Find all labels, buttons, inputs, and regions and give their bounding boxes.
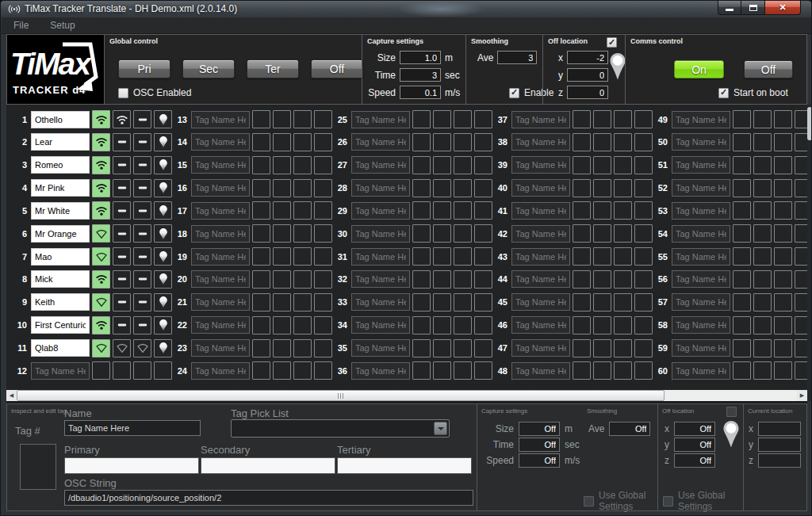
comms-on-button[interactable]: On <box>674 60 724 78</box>
tag-name-input[interactable] <box>191 179 250 197</box>
tag-tertiary-button[interactable] <box>454 270 472 289</box>
tag-primary-button[interactable] <box>733 270 751 289</box>
tag-time-input[interactable] <box>519 438 560 452</box>
tag-off-button[interactable] <box>314 110 332 128</box>
tag-off-button[interactable] <box>314 339 332 357</box>
off-location-checkbox[interactable] <box>607 37 617 48</box>
tag-primary-button[interactable] <box>252 133 270 151</box>
tag-tertiary-button[interactable] <box>133 247 151 266</box>
tag-name-input[interactable] <box>351 248 410 266</box>
tag-off-button[interactable] <box>474 339 492 357</box>
tag-primary-button[interactable] <box>412 339 431 357</box>
vertical-scrollbar[interactable] <box>807 105 812 401</box>
horizontal-scrollbar-track[interactable] <box>17 390 797 401</box>
tag-secondary-button[interactable] <box>593 110 611 128</box>
tag-off-button[interactable] <box>634 224 653 243</box>
ave-input[interactable] <box>497 51 537 64</box>
tag-primary-button[interactable] <box>92 316 110 334</box>
tag-tertiary-button[interactable] <box>614 339 632 357</box>
tag-off-button[interactable] <box>634 156 653 174</box>
global-off-button[interactable]: Off <box>311 59 363 78</box>
tag-primary-button[interactable] <box>733 156 751 174</box>
tag-off-button[interactable] <box>314 133 332 151</box>
tag-secondary-button[interactable] <box>433 247 451 266</box>
tag-name-input[interactable] <box>31 133 90 151</box>
tag-primary-button[interactable] <box>733 361 751 380</box>
tag-primary-button[interactable] <box>733 293 751 312</box>
tag-secondary-button[interactable] <box>273 110 291 128</box>
tag-primary-button[interactable] <box>252 201 270 220</box>
tag-name-input[interactable] <box>511 248 570 266</box>
off-z-input[interactable] <box>567 86 608 99</box>
tag-primary-button[interactable] <box>412 179 431 197</box>
tag-off-button[interactable] <box>314 293 332 312</box>
tag-name-edit-input[interactable] <box>64 420 201 436</box>
tag-secondary-button[interactable] <box>113 110 131 128</box>
tag-tertiary-button[interactable] <box>774 293 792 312</box>
tag-off-button[interactable] <box>154 270 172 289</box>
tag-secondary-button[interactable] <box>113 339 131 357</box>
tag-tertiary-button[interactable] <box>133 316 151 334</box>
tag-secondary-button[interactable] <box>753 339 772 357</box>
tag-tertiary-button[interactable] <box>133 179 151 197</box>
tag-secondary-button[interactable] <box>113 224 131 243</box>
tag-tertiary-button[interactable] <box>454 361 472 380</box>
tag-secondary-button[interactable] <box>753 179 772 197</box>
size-input[interactable] <box>400 51 441 64</box>
tag-name-input[interactable] <box>31 156 90 174</box>
tag-name-input[interactable] <box>191 248 250 266</box>
tag-tertiary-button[interactable] <box>774 270 792 289</box>
tag-primary-button[interactable] <box>573 293 591 312</box>
tag-primary-button[interactable] <box>412 361 431 380</box>
tag-speed-input[interactable] <box>519 453 560 468</box>
tag-tertiary-button[interactable] <box>774 224 792 243</box>
tag-secondary-button[interactable] <box>433 293 451 312</box>
tag-off-button[interactable] <box>314 270 332 289</box>
tag-name-input[interactable] <box>511 293 570 311</box>
tag-name-input[interactable] <box>191 362 250 380</box>
tag-off-button[interactable] <box>634 316 653 334</box>
tag-primary-button[interactable] <box>92 201 110 220</box>
tag-secondary-button[interactable] <box>433 201 451 220</box>
tag-name-input[interactable] <box>31 362 90 380</box>
tag-off-button[interactable] <box>474 201 492 220</box>
primary-field[interactable] <box>64 457 199 474</box>
tag-secondary-button[interactable] <box>593 201 611 220</box>
tag-secondary-button[interactable] <box>753 201 772 220</box>
tag-tertiary-button[interactable] <box>293 110 312 128</box>
tag-name-input[interactable] <box>351 339 410 357</box>
tag-name-input[interactable] <box>191 270 250 288</box>
tag-secondary-button[interactable] <box>753 361 772 380</box>
tag-primary-button[interactable] <box>252 179 270 197</box>
tag-secondary-button[interactable] <box>593 339 611 357</box>
tag-primary-button[interactable] <box>412 316 431 334</box>
tag-name-input[interactable] <box>351 156 410 174</box>
tag-off-button[interactable] <box>474 156 492 174</box>
tag-name-input[interactable] <box>511 270 570 288</box>
tag-off-button[interactable] <box>154 224 172 243</box>
tag-tertiary-button[interactable] <box>614 179 632 197</box>
tag-off-button[interactable] <box>154 133 172 151</box>
tag-tertiary-button[interactable] <box>293 316 312 334</box>
tag-secondary-button[interactable] <box>113 133 131 151</box>
tag-tertiary-button[interactable] <box>774 156 792 174</box>
tag-primary-button[interactable] <box>92 293 110 312</box>
tag-primary-button[interactable] <box>92 224 110 243</box>
tag-tertiary-button[interactable] <box>614 224 632 243</box>
tag-primary-button[interactable] <box>573 339 591 357</box>
tag-tertiary-button[interactable] <box>614 270 632 289</box>
close-button[interactable]: ✕ <box>764 1 801 15</box>
tag-name-input[interactable] <box>31 293 90 311</box>
tag-name-input[interactable] <box>511 225 570 243</box>
tag-primary-button[interactable] <box>412 156 431 174</box>
tag-off-button[interactable] <box>474 270 492 289</box>
tag-secondary-button[interactable] <box>113 179 131 197</box>
tag-secondary-button[interactable] <box>273 339 291 357</box>
tag-secondary-button[interactable] <box>753 224 772 243</box>
tag-tertiary-button[interactable] <box>133 224 151 243</box>
tag-name-input[interactable] <box>511 202 570 220</box>
global-sec-button[interactable]: Sec <box>182 59 235 78</box>
tag-primary-button[interactable] <box>733 179 751 197</box>
tag-primary-button[interactable] <box>573 156 591 174</box>
tag-off-button[interactable] <box>154 110 172 128</box>
